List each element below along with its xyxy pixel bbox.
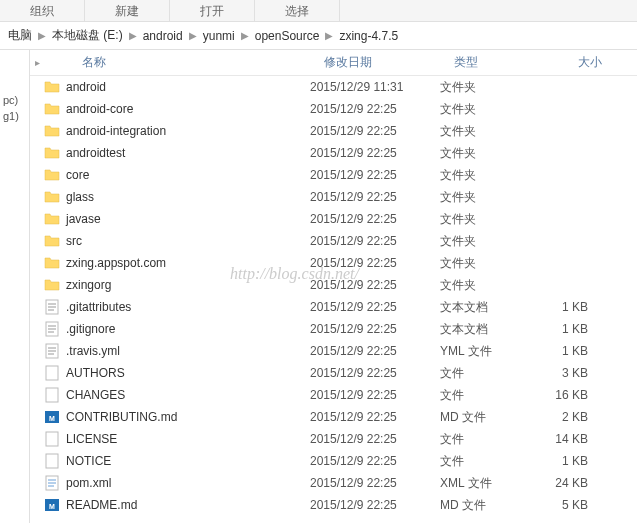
file-type-cell: YML 文件 — [440, 343, 530, 360]
file-row[interactable]: CHANGES2015/12/9 22:25文件16 KB — [30, 384, 637, 406]
folder-icon — [44, 277, 60, 293]
file-type-cell: 文件 — [440, 387, 530, 404]
file-row[interactable]: src2015/12/9 22:25文件夹 — [30, 230, 637, 252]
file-date-cell: 2015/12/9 22:25 — [310, 454, 440, 468]
file-date-cell: 2015/12/9 22:25 — [310, 410, 440, 424]
file-row[interactable]: android2015/12/29 11:31文件夹 — [30, 76, 637, 98]
toolbar-select[interactable]: 选择 — [255, 0, 340, 21]
toolbar-new[interactable]: 新建 — [85, 0, 170, 21]
file-name-label: LICENSE — [66, 432, 117, 446]
file-size-cell: 3 KB — [530, 366, 600, 380]
file-name-cell: android-core — [30, 101, 310, 117]
file-row[interactable]: pom.xml2015/12/9 22:25XML 文件24 KB — [30, 472, 637, 494]
header-size[interactable]: 大小 — [544, 54, 614, 71]
breadcrumb-item[interactable]: zxing-4.7.5 — [335, 29, 402, 43]
sidebar-item[interactable]: g1) — [0, 108, 29, 124]
file-row[interactable]: android-integration2015/12/9 22:25文件夹 — [30, 120, 637, 142]
file-size-cell: 5 KB — [530, 498, 600, 512]
file-name-label: CHANGES — [66, 388, 125, 402]
file-list-panel: ▸ 名称 修改日期 类型 大小 android2015/12/29 11:31文… — [30, 50, 637, 523]
file-row[interactable]: AUTHORS2015/12/9 22:25文件3 KB — [30, 362, 637, 384]
tree-toggle-icon[interactable]: ▸ — [30, 57, 44, 68]
file-name-label: javase — [66, 212, 101, 226]
breadcrumb[interactable]: 电脑▶本地磁盘 (E:)▶android▶yunmi▶openSource▶zx… — [0, 22, 637, 50]
file-row[interactable]: zxingorg2015/12/9 22:25文件夹 — [30, 274, 637, 296]
chevron-right-icon[interactable]: ▶ — [36, 30, 48, 41]
file-size-cell: 16 KB — [530, 388, 600, 402]
file-icon — [44, 453, 60, 469]
sidebar-item[interactable]: pc) — [0, 92, 29, 108]
file-row[interactable]: core2015/12/9 22:25文件夹 — [30, 164, 637, 186]
file-type-cell: 文件夹 — [440, 79, 530, 96]
file-name-label: .travis.yml — [66, 344, 120, 358]
svg-text:M: M — [49, 503, 55, 510]
file-row[interactable]: zxing.appspot.com2015/12/9 22:25文件夹 — [30, 252, 637, 274]
file-name-cell: zxingorg — [30, 277, 310, 293]
file-row[interactable]: androidtest2015/12/9 22:25文件夹 — [30, 142, 637, 164]
file-row[interactable]: NOTICE2015/12/9 22:25文件1 KB — [30, 450, 637, 472]
file-date-cell: 2015/12/9 22:25 — [310, 476, 440, 490]
file-name-label: zxing.appspot.com — [66, 256, 166, 270]
file-type-cell: 文件夹 — [440, 233, 530, 250]
toolbar-organize[interactable]: 组织 — [0, 0, 85, 21]
file-name-label: src — [66, 234, 82, 248]
file-row[interactable]: .travis.yml2015/12/9 22:25YML 文件1 KB — [30, 340, 637, 362]
breadcrumb-item[interactable]: 本地磁盘 (E:) — [48, 27, 127, 44]
file-date-cell: 2015/12/9 22:25 — [310, 344, 440, 358]
file-type-cell: 文件夹 — [440, 167, 530, 184]
svg-text:M: M — [49, 415, 55, 422]
breadcrumb-item[interactable]: yunmi — [199, 29, 239, 43]
folder-icon — [44, 211, 60, 227]
file-size-cell: 1 KB — [530, 300, 600, 314]
file-date-cell: 2015/12/9 22:25 — [310, 168, 440, 182]
file-name-label: NOTICE — [66, 454, 111, 468]
file-name-cell: core — [30, 167, 310, 183]
text-icon — [44, 299, 60, 315]
file-type-cell: 文件夹 — [440, 189, 530, 206]
folder-icon — [44, 79, 60, 95]
file-row[interactable]: javase2015/12/9 22:25文件夹 — [30, 208, 637, 230]
file-date-cell: 2015/12/9 22:25 — [310, 190, 440, 204]
file-date-cell: 2015/12/29 11:31 — [310, 80, 440, 94]
file-type-cell: 文本文档 — [440, 299, 530, 316]
column-headers: ▸ 名称 修改日期 类型 大小 — [30, 50, 637, 76]
file-date-cell: 2015/12/9 22:25 — [310, 146, 440, 160]
file-row[interactable]: LICENSE2015/12/9 22:25文件14 KB — [30, 428, 637, 450]
chevron-right-icon[interactable]: ▶ — [239, 30, 251, 41]
file-name-cell: androidtest — [30, 145, 310, 161]
file-date-cell: 2015/12/9 22:25 — [310, 366, 440, 380]
chevron-right-icon[interactable]: ▶ — [127, 30, 139, 41]
file-type-cell: 文件夹 — [440, 145, 530, 162]
breadcrumb-item[interactable]: openSource — [251, 29, 324, 43]
md-icon: M — [44, 409, 60, 425]
file-row[interactable]: glass2015/12/9 22:25文件夹 — [30, 186, 637, 208]
file-date-cell: 2015/12/9 22:25 — [310, 102, 440, 116]
file-type-cell: 文件夹 — [440, 101, 530, 118]
header-type[interactable]: 类型 — [454, 54, 544, 71]
file-name-cell: MCONTRIBUTING.md — [30, 409, 310, 425]
text-icon — [44, 343, 60, 359]
header-name[interactable]: 名称 — [44, 54, 324, 71]
xml-icon — [44, 475, 60, 491]
text-icon — [44, 321, 60, 337]
svg-rect-3 — [46, 366, 58, 380]
chevron-right-icon[interactable]: ▶ — [187, 30, 199, 41]
file-name-label: android-core — [66, 102, 133, 116]
file-row[interactable]: MREADME.md2015/12/9 22:25MD 文件5 KB — [30, 494, 637, 516]
chevron-right-icon[interactable]: ▶ — [323, 30, 335, 41]
file-name-cell: android — [30, 79, 310, 95]
file-name-label: .gitignore — [66, 322, 115, 336]
breadcrumb-item[interactable]: 电脑 — [4, 27, 36, 44]
file-name-cell: .travis.yml — [30, 343, 310, 359]
toolbar-open[interactable]: 打开 — [170, 0, 255, 21]
file-name-label: android-integration — [66, 124, 166, 138]
file-row[interactable]: MCONTRIBUTING.md2015/12/9 22:25MD 文件2 KB — [30, 406, 637, 428]
folder-icon — [44, 145, 60, 161]
file-name-label: .gitattributes — [66, 300, 131, 314]
breadcrumb-item[interactable]: android — [139, 29, 187, 43]
file-row[interactable]: .gitattributes2015/12/9 22:25文本文档1 KB — [30, 296, 637, 318]
file-row[interactable]: android-core2015/12/9 22:25文件夹 — [30, 98, 637, 120]
header-date[interactable]: 修改日期 — [324, 54, 454, 71]
file-row[interactable]: .gitignore2015/12/9 22:25文本文档1 KB — [30, 318, 637, 340]
folder-icon — [44, 123, 60, 139]
